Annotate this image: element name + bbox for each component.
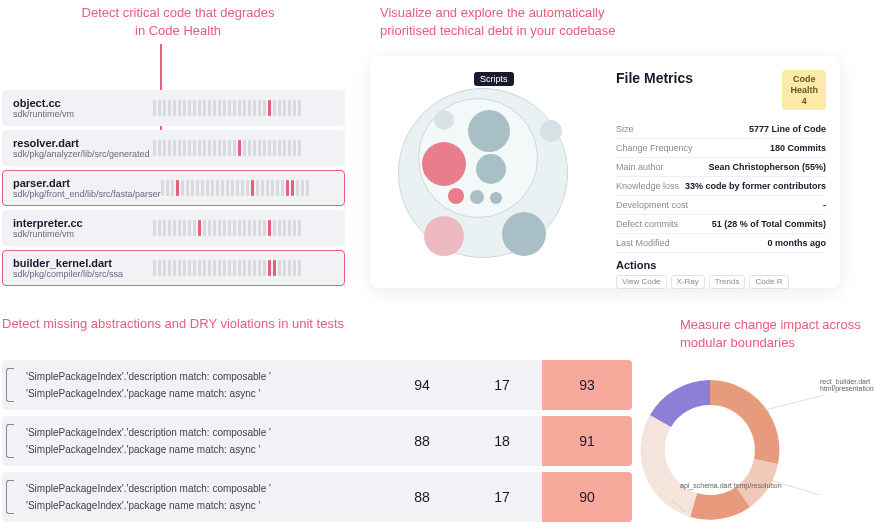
metric-value: 51 (28 % of Total Commits): [712, 219, 826, 229]
bracket-icon: [6, 480, 14, 514]
health-bars: [153, 98, 334, 118]
metric-key: Change Frequency: [616, 143, 693, 153]
chart-tag: Scripts: [474, 72, 514, 86]
metric-row: Last Modified0 months ago: [616, 234, 826, 253]
metric-key: Defect commits: [616, 219, 678, 229]
code-health-badge: Code Health 4: [782, 70, 826, 110]
metrics-title: File Metrics: [616, 70, 693, 86]
file-name: object.cc: [13, 97, 153, 109]
action-button[interactable]: View Code: [616, 275, 667, 289]
dry-test-name: 'SimplePackageIndex'.'package name match…: [12, 385, 372, 402]
dry-test-name: 'SimplePackageIndex'.'description match:…: [12, 480, 372, 497]
bubble-node[interactable]: [468, 110, 510, 152]
badge-text: 4: [802, 96, 807, 106]
text-line: modular boundaries: [680, 335, 795, 350]
svg-line-0: [765, 395, 825, 410]
bubble-node[interactable]: [540, 120, 562, 142]
file-row[interactable]: object.ccsdk/runtime/vm: [2, 90, 345, 126]
action-button[interactable]: X-Ray: [671, 275, 705, 289]
file-name: builder_kernel.dart: [13, 257, 153, 269]
metric-key: Size: [616, 124, 634, 134]
text-line: Measure change impact across: [680, 317, 861, 332]
bubble-node[interactable]: [476, 154, 506, 184]
file-row[interactable]: parser.dartsdk/pkg/front_end/lib/src/fas…: [2, 170, 345, 206]
file-row[interactable]: interpreter.ccsdk/runtime/vm: [2, 210, 345, 246]
file-row[interactable]: resolver.dartsdk/pkg/analyzer/lib/src/ge…: [2, 130, 345, 166]
dry-row[interactable]: 'SimplePackageIndex'.'description match:…: [2, 416, 632, 466]
dry-similarity: 93: [542, 360, 632, 410]
sunburst-label: api_schema.dart temp/resolution: [680, 482, 782, 489]
dry-metric: 18: [462, 416, 542, 466]
dry-metric: 88: [382, 472, 462, 522]
dry-metric: 17: [462, 472, 542, 522]
metric-row: Defect commits51 (28 % of Total Commits): [616, 215, 826, 234]
badge-text: Health: [790, 85, 818, 95]
dry-metric: 94: [382, 360, 462, 410]
headline-dry: Detect missing abstractions and DRY viol…: [2, 316, 344, 331]
metric-key: Development cost: [616, 200, 688, 210]
bracket-icon: [6, 424, 14, 458]
metric-row: Knowledge loss33% code by former contrib…: [616, 177, 826, 196]
health-bars: [161, 178, 334, 198]
metric-value: 0 months ago: [767, 238, 826, 248]
file-row[interactable]: builder_kernel.dartsdk/pkg/compiler/lib/…: [2, 250, 345, 286]
metric-row: Size5777 Line of Code: [616, 120, 826, 139]
metric-key: Last Modified: [616, 238, 670, 248]
headline-visualize: Visualize and explore the automatically …: [380, 4, 720, 40]
dry-similarity: 90: [542, 472, 632, 522]
action-button[interactable]: Trends: [709, 275, 746, 289]
text-line: prioritised techical debt in your codeba…: [380, 23, 616, 38]
sunburst-chart[interactable]: rect_builder.dart html/presentation api_…: [680, 360, 860, 500]
text-line: in Code Health: [135, 23, 221, 38]
dry-test-name: 'SimplePackageIndex'.'package name match…: [12, 497, 372, 514]
dry-row[interactable]: 'SimplePackageIndex'.'description match:…: [2, 360, 632, 410]
metric-key: Main author: [616, 162, 664, 172]
file-path: sdk/pkg/front_end/lib/src/fasta/parser: [13, 189, 161, 199]
bubble-node[interactable]: [470, 190, 484, 204]
metric-value: Sean Christopherson (55%): [708, 162, 826, 172]
bubble-node[interactable]: [422, 142, 466, 186]
file-path: sdk/runtime/vm: [13, 229, 153, 239]
bubble-node[interactable]: [448, 188, 464, 204]
health-bars: [153, 218, 334, 238]
bubble-node[interactable]: [424, 216, 464, 256]
bubble-chart[interactable]: Scripts: [384, 70, 604, 270]
headline-detect-critical: Detect critical code that degrades in Co…: [68, 4, 288, 40]
dry-row[interactable]: 'SimplePackageIndex'.'description match:…: [2, 472, 632, 522]
metric-value: -: [823, 200, 826, 210]
sunburst-label: rect_builder.dart html/presentation: [820, 378, 874, 392]
file-path: sdk/pkg/analyzer/lib/src/generated: [13, 149, 153, 159]
metrics-section: File Metrics Code Health 4 Size5777 Line…: [604, 70, 826, 274]
dry-violations-table: 'SimplePackageIndex'.'description match:…: [2, 360, 632, 522]
metric-key: Knowledge loss: [616, 181, 679, 191]
dry-metric: 88: [382, 416, 462, 466]
file-metrics-panel: Scripts File Metrics Code Health 4 Size5…: [370, 56, 840, 288]
bubble-node[interactable]: [490, 192, 502, 204]
health-bars: [153, 138, 334, 158]
file-health-list: object.ccsdk/runtime/vmresolver.dartsdk/…: [2, 90, 345, 290]
headline-change-impact: Measure change impact across modular bou…: [680, 316, 870, 352]
file-path: sdk/pkg/compiler/lib/src/ssa: [13, 269, 153, 279]
metric-value: 180 Commits: [770, 143, 826, 153]
metric-row: Main authorSean Christopherson (55%): [616, 158, 826, 177]
text-line: Detect critical code that degrades: [82, 5, 275, 20]
dry-test-name: 'SimplePackageIndex'.'description match:…: [12, 368, 372, 385]
bubble-node[interactable]: [434, 110, 454, 130]
metric-row: Development cost-: [616, 196, 826, 215]
file-path: sdk/runtime/vm: [13, 109, 153, 119]
metric-row: Change Frequency180 Commits: [616, 139, 826, 158]
dry-test-name: 'SimplePackageIndex'.'package name match…: [12, 441, 372, 458]
text-line: Visualize and explore the automatically: [380, 5, 605, 20]
bubble-node[interactable]: [502, 212, 546, 256]
metric-value: 5777 Line of Code: [749, 124, 826, 134]
file-name: resolver.dart: [13, 137, 153, 149]
file-name: interpreter.cc: [13, 217, 153, 229]
badge-text: Code: [793, 74, 816, 84]
dry-test-name: 'SimplePackageIndex'.'description match:…: [12, 424, 372, 441]
bracket-icon: [6, 368, 14, 402]
action-button[interactable]: Code R: [749, 275, 788, 289]
dry-similarity: 91: [542, 416, 632, 466]
metric-value: 33% code by former contributors: [685, 181, 826, 191]
file-name: parser.dart: [13, 177, 161, 189]
actions-title: Actions: [616, 259, 826, 271]
